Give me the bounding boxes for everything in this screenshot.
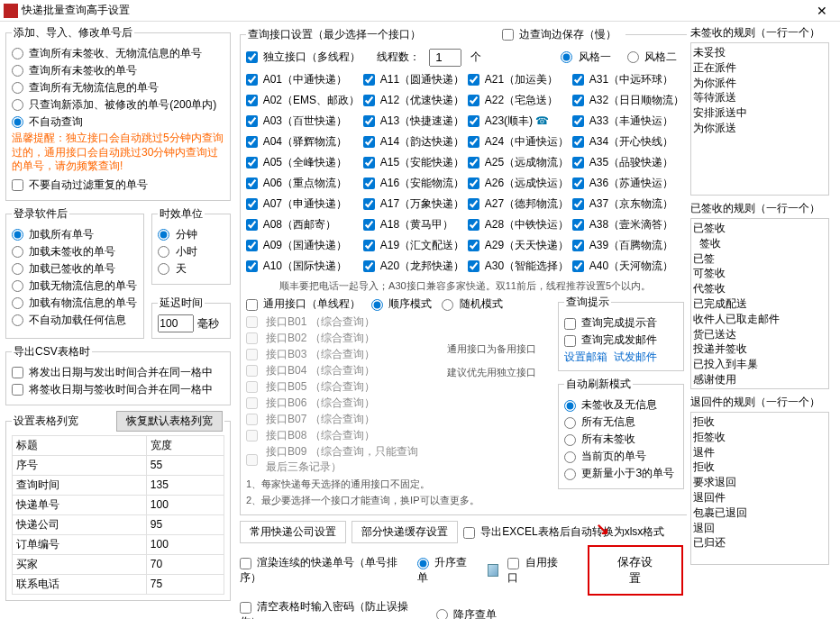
after-login-opt-5[interactable]: 不自动加载任何信息 <box>12 313 138 328</box>
generic-iface-checkbox[interactable]: 通用接口（单线程） <box>246 296 361 312</box>
test-mail-link[interactable]: 试发邮件 <box>614 350 657 363</box>
refresh-opt-4[interactable]: 更新量小于3的单号 <box>564 466 678 481</box>
indep-iface-checkbox[interactable]: 独立接口（多线程） <box>246 50 361 65</box>
iface-a-15[interactable]: A34（开心快线） <box>572 134 684 150</box>
after-add-opt-3[interactable]: 只查询新添加、被修改的单号(200单内) <box>12 97 224 113</box>
iface-a-38[interactable]: A30（智能选择） <box>468 259 569 274</box>
table-row[interactable]: 订单编号100 <box>13 534 224 554</box>
iface-b-6[interactable]: 接口B07 （综合查询） <box>246 412 422 427</box>
render-seq-checkbox[interactable]: 渲染连续的快递单号（单号排序） <box>240 555 401 586</box>
iface-a-16[interactable]: A05（全峰快递） <box>246 155 360 170</box>
iface-a-1[interactable]: A11（圆通快递） <box>363 72 464 87</box>
save-button[interactable]: 保存设置 <box>588 545 683 596</box>
style2-radio[interactable]: 风格二 <box>627 50 677 65</box>
tab-cache-settings[interactable]: 部分快递缓存设置 <box>352 521 458 543</box>
export-xlsx-checkbox[interactable]: 导出EXCEL表格后自动转换为xlsx格式 <box>463 524 664 540</box>
iface-b-3[interactable]: 接口B04 （综合查询） <box>246 363 422 378</box>
tip-sound-checkbox[interactable]: 查询完成提示音 <box>564 315 678 331</box>
iface-a-39[interactable]: A40（天河物流） <box>572 259 684 274</box>
asc-radio[interactable]: 升序查单 <box>417 555 471 586</box>
iface-a-4[interactable]: A02（EMS、邮政） <box>246 93 360 108</box>
return-rules-input[interactable] <box>690 412 829 565</box>
iface-a-27[interactable]: A37（京东物流） <box>572 196 684 212</box>
self-iface-checkbox[interactable]: 自用接口 <box>507 555 562 586</box>
iface-a-13[interactable]: A14（韵达快递） <box>363 134 464 150</box>
iface-a-35[interactable]: A39（百腾物流） <box>572 238 684 253</box>
table-row[interactable]: 联系电话75 <box>13 574 224 594</box>
close-icon[interactable]: ✕ <box>808 4 836 18</box>
iface-a-19[interactable]: A35（品骏快递） <box>572 155 684 170</box>
export-csv-cb-0[interactable]: 将发出日期与发出时间合并在同一格中 <box>12 365 224 380</box>
unsigned-rules-input[interactable] <box>690 42 829 196</box>
iface-b-1[interactable]: 接口B02 （综合查询） <box>246 331 422 346</box>
desc-radio[interactable]: 降序查单 <box>436 607 497 619</box>
iface-a-31[interactable]: A38（壹米滴答） <box>572 217 684 232</box>
iface-a-18[interactable]: A25（远成物流） <box>468 155 569 170</box>
tab-common-carriers[interactable]: 常用快递公司设置 <box>240 521 346 543</box>
iface-a-20[interactable]: A06（重点物流） <box>246 176 360 191</box>
table-row[interactable]: 快递公司95 <box>13 514 224 534</box>
iface-b-2[interactable]: 接口B03 （综合查询） <box>246 347 422 362</box>
iface-a-22[interactable]: A26（远成快运） <box>468 176 569 191</box>
random-mode-radio[interactable]: 随机模式 <box>442 296 502 312</box>
after-login-opt-3[interactable]: 加载无物流信息的单号 <box>12 278 138 294</box>
iface-a-0[interactable]: A01（中通快递） <box>246 72 360 87</box>
export-csv-cb-1[interactable]: 将签收日期与签收时间合并在同一格中 <box>12 382 224 397</box>
after-add-opt-4[interactable]: 不自动查询 <box>12 114 224 130</box>
iface-b-7[interactable]: 接口B08 （综合查询） <box>246 428 422 443</box>
reset-widths-button[interactable]: 恢复默认表格列宽 <box>116 411 223 432</box>
order-mode-radio[interactable]: 顺序模式 <box>371 296 432 312</box>
delay-input[interactable] <box>158 314 194 332</box>
iface-a-29[interactable]: A18（黄马甲） <box>363 217 464 232</box>
after-login-opt-4[interactable]: 加载有物流信息的单号 <box>12 296 138 311</box>
iface-b-5[interactable]: 接口B06 （综合查询） <box>246 396 422 411</box>
iface-a-5[interactable]: A12（优速快递） <box>363 93 464 108</box>
after-add-opt-1[interactable]: 查询所有未签收的单号 <box>12 63 224 78</box>
after-add-opt-2[interactable]: 查询所有无物流信息的单号 <box>12 80 224 96</box>
threads-input[interactable] <box>429 49 461 67</box>
time-unit-opt-2[interactable]: 天 <box>158 261 224 277</box>
iface-a-14[interactable]: A24（中通快运） <box>468 134 569 150</box>
iface-a-36[interactable]: A10（国际快递） <box>246 259 360 274</box>
signed-rules-input[interactable] <box>690 218 829 389</box>
iface-a-23[interactable]: A36（苏通快运） <box>572 176 684 191</box>
time-unit-opt-0[interactable]: 分钟 <box>158 227 224 242</box>
after-login-opt-0[interactable]: 加载所有单号 <box>12 227 138 242</box>
iface-a-32[interactable]: A09（国通快递） <box>246 238 360 253</box>
iface-a-33[interactable]: A19（汇文配送） <box>363 238 464 253</box>
table-row[interactable]: 序号55 <box>13 455 224 475</box>
iface-a-9[interactable]: A13（快捷速递） <box>363 114 464 129</box>
iface-b-0[interactable]: 接口B01 （综合查询） <box>246 314 422 330</box>
after-add-opt-0[interactable]: 查询所有未签收、无物流信息的单号 <box>12 46 224 61</box>
iface-a-10[interactable]: A23(顺丰) ☎ <box>468 114 569 129</box>
iface-a-21[interactable]: A16（安能物流） <box>363 176 464 191</box>
after-login-opt-1[interactable]: 加载未签收的单号 <box>12 244 138 259</box>
after-login-opt-2[interactable]: 加载已签收的单号 <box>12 261 138 277</box>
iface-b-4[interactable]: 接口B05 （综合查询） <box>246 379 422 395</box>
clear-pwd-checkbox[interactable]: 清空表格时输入密码（防止误操作） <box>240 599 420 619</box>
iface-a-3[interactable]: A31（中远环球） <box>572 72 684 87</box>
iface-a-7[interactable]: A32（日日顺物流） <box>572 93 684 108</box>
iface-a-2[interactable]: A21（加运美） <box>468 72 569 87</box>
iface-b-8[interactable]: 接口B09 （综合查询，只能查询最后三条记录） <box>246 444 422 475</box>
style1-radio[interactable]: 风格一 <box>561 50 610 65</box>
table-row[interactable]: 快递单号100 <box>13 495 224 514</box>
time-unit-opt-1[interactable]: 小时 <box>158 244 224 259</box>
iface-a-28[interactable]: A08（西邮寄） <box>246 217 360 232</box>
iface-a-30[interactable]: A28（中铁快运） <box>468 217 569 232</box>
iface-a-37[interactable]: A20（龙邦快递） <box>363 259 464 274</box>
no-dedup-checkbox[interactable]: 不要自动过滤重复的单号 <box>12 178 224 193</box>
tip-mail-checkbox[interactable]: 查询完成发邮件 <box>564 332 678 348</box>
refresh-opt-2[interactable]: 所有未签收 <box>564 432 678 447</box>
iface-a-34[interactable]: A29（天天快递） <box>468 238 569 253</box>
refresh-opt-3[interactable]: 当前页的单号 <box>564 449 678 464</box>
iface-a-8[interactable]: A03（百世快递） <box>246 114 360 129</box>
iface-a-6[interactable]: A22（宅急送） <box>468 93 569 108</box>
refresh-opt-0[interactable]: 未签收及无信息 <box>564 397 678 413</box>
iface-a-12[interactable]: A04（驿辉物流） <box>246 134 360 150</box>
edge-save-checkbox[interactable]: 边查询边保存（慢） <box>502 27 616 42</box>
iface-a-11[interactable]: A33（丰通快运） <box>572 114 684 129</box>
iface-a-17[interactable]: A15（安能快递） <box>363 155 464 170</box>
table-row[interactable]: 查询时间135 <box>13 475 224 495</box>
iface-a-24[interactable]: A07（申通快递） <box>246 196 360 212</box>
